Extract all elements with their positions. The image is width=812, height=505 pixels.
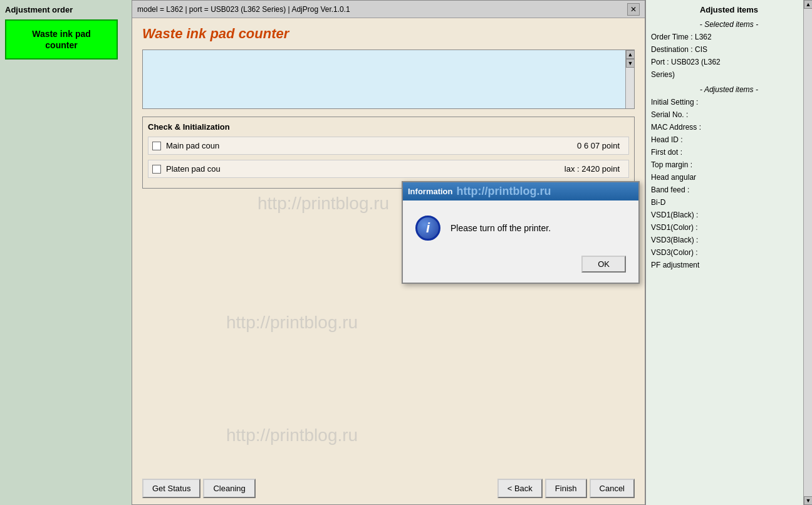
get-status-button[interactable]: Get Status bbox=[142, 479, 200, 498]
output-scrollbar[interactable]: ▲ ▼ bbox=[625, 50, 634, 108]
main-window: model = L362 | port = USB023 (L362 Serie… bbox=[132, 0, 645, 505]
model-item: Order Time : L362 bbox=[651, 32, 807, 42]
output-area: ▲ ▼ bbox=[142, 49, 635, 109]
platen-pad-label: Platen pad cou bbox=[166, 164, 565, 174]
port-item: Port : USB023 (L362 bbox=[651, 57, 807, 67]
dialog-message: Please turn off the printer. bbox=[450, 223, 551, 233]
check-section-title: Check & Initialization bbox=[148, 122, 629, 132]
platen-pad-value: lax : 2420 point bbox=[565, 164, 620, 174]
initial-setting-item: Initial Setting : bbox=[651, 97, 807, 107]
platen-pad-checkbox[interactable] bbox=[152, 165, 161, 174]
destination-item: Destination : CIS bbox=[651, 44, 807, 55]
main-pad-label: Main pad coun bbox=[166, 141, 577, 150]
platen-pad-row: Platen pad cou lax : 2420 point bbox=[148, 160, 629, 178]
selected-items-header: - Selected items - bbox=[651, 19, 807, 29]
band-feed-item: Band feed : bbox=[651, 185, 807, 195]
main-pad-value: 0 6 07 point bbox=[577, 141, 620, 150]
main-pad-checkbox[interactable] bbox=[152, 142, 161, 150]
vsd1-color-item: VSD1(Color) : bbox=[651, 222, 807, 232]
dialog-titlebar: Information http://printblog.ru bbox=[403, 182, 638, 200]
finish-button[interactable]: Finish bbox=[545, 479, 587, 498]
vsd1-black-item: VSD1(Black) : bbox=[651, 210, 807, 220]
bi-d-item: Bi-D bbox=[651, 197, 807, 207]
watermark-4: http://printblog.ru bbox=[226, 425, 358, 445]
watermark-3: http://printblog.ru bbox=[226, 313, 358, 333]
dialog-footer: OK bbox=[403, 251, 638, 283]
close-button[interactable]: ✕ bbox=[627, 3, 640, 16]
right-panel-title: Adjusted items bbox=[651, 5, 807, 14]
left-panel: Adjustment order Waste ink padcounter bbox=[0, 0, 132, 505]
mac-address-item: MAC Address : bbox=[651, 122, 807, 132]
vsd3-black-item: VSD3(Black) : bbox=[651, 235, 807, 245]
information-dialog: Information http://printblog.ru i Please… bbox=[402, 181, 640, 284]
right-scroll-down[interactable]: ▼ bbox=[804, 496, 812, 505]
title-bar: model = L362 | port = USB023 (L362 Serie… bbox=[132, 1, 645, 18]
main-pad-row: Main pad coun 0 6 07 point bbox=[148, 137, 629, 155]
port-item-2: Series) bbox=[651, 70, 807, 80]
cleaning-button[interactable]: Cleaning bbox=[203, 479, 255, 498]
pf-adjustment-item: PF adjustment bbox=[651, 260, 807, 270]
info-icon: i bbox=[415, 216, 440, 241]
left-panel-title: Adjustment order bbox=[5, 5, 127, 14]
check-initialization-section: Check & Initialization Main pad coun 0 6… bbox=[142, 117, 635, 189]
right-scrollbar[interactable]: ▲ ▼ bbox=[803, 0, 812, 505]
bottom-bar: Get Status Cleaning < Back Finish Cancel bbox=[142, 479, 635, 498]
top-margin-item: Top margin : bbox=[651, 160, 807, 170]
dialog-title: Information bbox=[408, 187, 453, 196]
adjusted-items-header: - Adjusted items - bbox=[651, 85, 807, 95]
watermark-dialog: http://printblog.ru bbox=[457, 185, 551, 198]
title-bar-text: model = L362 | port = USB023 (L362 Serie… bbox=[137, 5, 350, 14]
scroll-down-btn[interactable]: ▼ bbox=[626, 59, 635, 68]
waste-ink-pad-counter-button[interactable]: Waste ink padcounter bbox=[5, 19, 118, 60]
dialog-ok-button[interactable]: OK bbox=[581, 256, 626, 273]
right-panel: ▲ ▼ Adjusted items - Selected items - Or… bbox=[645, 0, 812, 505]
content-area: http://printblog.ru http://printblog.ru … bbox=[132, 18, 645, 505]
head-angular-item: Head angular bbox=[651, 172, 807, 182]
page-title: Waste ink pad counter bbox=[142, 26, 635, 42]
vsd3-color-item: VSD3(Color) : bbox=[651, 247, 807, 258]
serial-no-item: Serial No. : bbox=[651, 110, 807, 120]
right-scroll-up[interactable]: ▲ bbox=[804, 0, 812, 9]
head-id-item: Head ID : bbox=[651, 135, 807, 145]
back-button[interactable]: < Back bbox=[497, 479, 543, 498]
first-dot-item: First dot : bbox=[651, 147, 807, 157]
cancel-button[interactable]: Cancel bbox=[590, 479, 635, 498]
close-icon: ✕ bbox=[630, 5, 637, 14]
scroll-up-btn[interactable]: ▲ bbox=[626, 50, 635, 59]
dialog-body: i Please turn off the printer. bbox=[403, 200, 638, 251]
